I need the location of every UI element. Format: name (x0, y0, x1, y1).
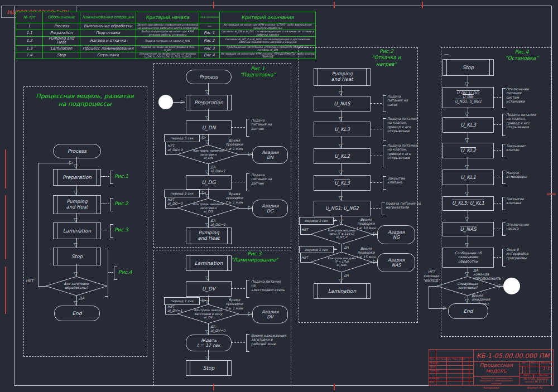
ops-header-num: № п/п (16, 12, 43, 23)
bracket (502, 171, 506, 184)
scale-value: 1:1 (540, 367, 552, 372)
reference-line (232, 342, 245, 343)
reference-line (101, 204, 109, 204)
arrow-down-icon (465, 298, 469, 303)
reference-line (371, 208, 381, 209)
node-label: Stop (203, 365, 214, 371)
arrow-down-icon (465, 138, 469, 143)
overview-node-process: Process (53, 144, 101, 158)
overview-node-lamination: Lamination (53, 222, 101, 239)
ops-header-name: Наименование операции (80, 12, 136, 23)
fig4-node-unas-off: U_NAS (442, 222, 494, 236)
flow-line (341, 244, 342, 252)
node-label: Lamination (63, 228, 91, 234)
flow-line (38, 163, 73, 163)
reference-line (494, 257, 501, 258)
ops-cell: Активация на мониторе КРМ кнопки "СТОП" … (220, 23, 316, 30)
arrow-right-icon (202, 298, 206, 303)
fig2-ung-note: Подача питания на нагреватели (386, 201, 427, 210)
ops-cell: Stop (43, 52, 80, 59)
table-row: 1.4 Stop Остановка Отключение питания си… (16, 52, 316, 59)
registration-mark (213, 2, 214, 8)
arrow-right-icon (443, 306, 447, 311)
arrow-down-icon (339, 170, 343, 175)
bracket (383, 145, 386, 167)
arrow-down-icon (74, 272, 78, 277)
ops-cell: Процесс ламинирования (80, 45, 136, 52)
fig4-off-note: Отключение питания систем установки (506, 87, 537, 104)
reference-line (494, 177, 501, 177)
reference-line (101, 176, 109, 177)
arrow-down-icon (205, 222, 209, 228)
fig3-node-lamination: Lamination (186, 255, 232, 271)
bracket (382, 202, 385, 215)
registration-mark (5, 149, 6, 188)
node-label: Stop (71, 254, 83, 259)
fig3-wait-note: Время нахождения заготовки в рабочей зон… (251, 333, 291, 346)
flow-line (429, 286, 437, 287)
fig2-node-pumping: Pumping and Heat (314, 68, 371, 86)
row-label-ncontrol: Н.контр. (429, 378, 440, 380)
node-label: Process (68, 148, 86, 154)
fig4-ukl3-note: Подача питания на клапан, привод к его о… (506, 113, 543, 129)
fig1-node-pumping: Pumping and Heat (186, 228, 232, 244)
fig2-node-ung: U_NG1; U_NG2 (314, 201, 371, 216)
node-label: U_KL3; U_KL1 (452, 201, 484, 206)
check-time-label: Время проверки t ≥ 15 мин (352, 246, 381, 259)
overview-title: Процессная модель, развитая на подпроцес… (29, 93, 141, 108)
fig1-ref: Рис.1 (114, 173, 128, 180)
fig1-node-alarm-dn: Авария DN (252, 146, 288, 164)
fig1-caption: Рис.1 "Подготовка" (228, 66, 288, 79)
node-label: U_NG1; U_NG2 (325, 206, 359, 211)
ops-cell: 1.2 (16, 37, 43, 46)
revision-header-row: Изм. Лист № докум. Подп. Дата (429, 358, 473, 360)
fig1-node-udn: U_DN (186, 120, 232, 135)
reference-line (232, 127, 245, 128)
table-row: 1.2 Pumping and Heat Нагрев и откачка По… (16, 37, 316, 46)
fig4-node-stop: Stop (442, 59, 494, 76)
row-label-tcontrol: Т.контр. (429, 370, 439, 372)
node-label: Авария DN (262, 150, 278, 160)
arrow-down-icon (339, 117, 343, 122)
ops-header-code: Обозначение (43, 12, 80, 23)
ops-cell: 1.3 (16, 45, 43, 52)
check-time-label: Время проверки t ≥ 1 мин (219, 298, 250, 310)
fig2-node-ukl3-off: U_KL3 (314, 175, 371, 191)
branch-label-yes: ДА (79, 296, 84, 301)
fig2-ref: Рис.2 (114, 201, 128, 207)
node-label: Lamination (195, 260, 223, 266)
reference-line (494, 150, 501, 151)
fig4-node-message: Сообщение об окончании обработки (442, 248, 494, 268)
branch-label-yes: ДА ai_DN=1 (210, 165, 235, 173)
fig2-ukl2-note: Подача питания на клапан, привод к его о… (387, 143, 425, 160)
node-label: Pumping and Heat (331, 71, 353, 83)
arrow-down-icon (205, 115, 209, 120)
fig4-ukl31-note: Закрытие клапана (506, 197, 535, 205)
bracket (383, 95, 386, 112)
ops-cell: Рис 1 (199, 30, 220, 37)
title-block-line (533, 374, 534, 378)
node-label: U_DN (202, 125, 216, 130)
node-label: U_KL2 (334, 153, 350, 159)
node-label: U_DG (202, 180, 216, 185)
fig4-ref: Рис.4 (118, 269, 132, 275)
arrow-down-icon (465, 217, 469, 222)
title-block-line (462, 357, 463, 385)
arrow-down-icon (205, 355, 209, 360)
fig4-node-ukl2: U_KL2 (442, 143, 494, 158)
ops-cell: 1 (16, 23, 43, 30)
fig2-ukl3-off-note: Закрытие клапана (387, 176, 416, 185)
ops-cell: Подача питания на электродвигатель U_DV (136, 45, 199, 52)
ops-cell: Остановка (80, 52, 136, 59)
ops-cell: Сигналы ai_NT_Z и ai_NAS, сигнализирующи… (220, 37, 316, 46)
arrow-down-icon (74, 190, 78, 195)
bracket (383, 118, 386, 141)
node-label: Сообщение об окончании обработки (455, 251, 482, 264)
branch-label-no: НЕТ (26, 279, 39, 283)
node-label: U_KL3 (334, 127, 350, 132)
arrow-down-icon (74, 164, 78, 169)
ops-cell: Подготовка (80, 30, 136, 37)
node-label: Process (199, 74, 218, 80)
loop-label: период 1 сек (164, 297, 200, 305)
arrow-down-icon (465, 112, 469, 117)
